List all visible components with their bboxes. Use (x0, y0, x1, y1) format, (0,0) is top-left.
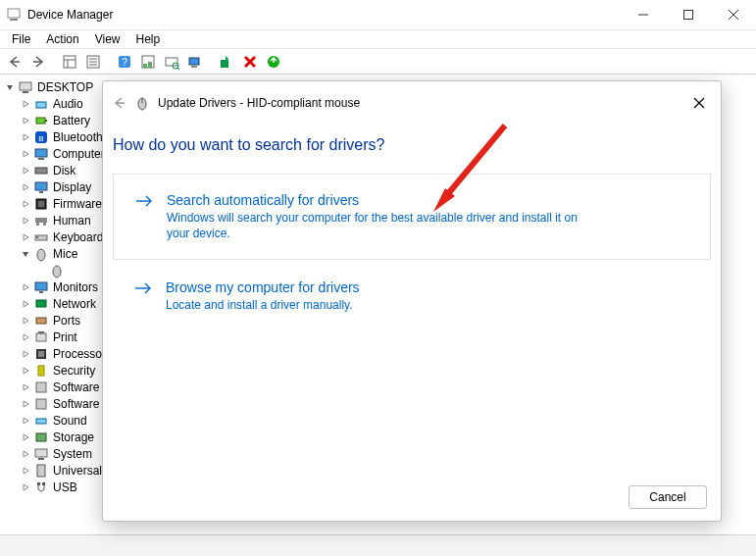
svg-text:?: ? (122, 57, 127, 68)
dialog-title: Update Drivers - HID-compliant mouse (158, 96, 360, 110)
tree-item-label: System (51, 447, 92, 461)
tree-item-label: Keyboards (51, 230, 109, 244)
help-icon[interactable]: ? (114, 51, 135, 73)
chevron-right-icon[interactable] (20, 331, 31, 343)
chevron-down-icon[interactable] (20, 248, 31, 260)
delete-icon[interactable] (239, 51, 261, 73)
device-category-icon (33, 179, 49, 195)
mouse-icon (49, 263, 65, 278)
chevron-right-icon[interactable] (20, 381, 31, 393)
chevron-right-icon[interactable] (20, 198, 31, 210)
svg-rect-21 (189, 58, 199, 65)
chevron-right-icon[interactable] (20, 231, 31, 243)
minimize-button[interactable] (621, 0, 666, 29)
svg-rect-3 (684, 11, 693, 20)
svg-rect-41 (35, 218, 47, 223)
chevron-right-icon[interactable] (20, 115, 31, 126)
chevron-right-icon[interactable] (20, 281, 31, 293)
app-icon (6, 7, 22, 23)
svg-rect-64 (37, 482, 40, 485)
svg-rect-62 (38, 458, 44, 460)
svg-rect-48 (35, 282, 47, 290)
chevron-right-icon[interactable] (20, 181, 31, 193)
arrow-right-icon (134, 281, 152, 298)
uninstall-icon[interactable] (216, 51, 237, 73)
tree-item-label: Security (51, 364, 95, 378)
update-drivers-dialog: Update Drivers - HID-compliant mouse How… (102, 80, 722, 522)
device-category-icon (33, 296, 49, 312)
option-search-automatically[interactable]: Search automatically for drivers Windows… (113, 174, 711, 260)
svg-text:B: B (38, 134, 43, 143)
option-title: Search automatically for drivers (167, 192, 598, 208)
chevron-right-icon[interactable] (20, 365, 31, 377)
forward-icon[interactable] (27, 51, 49, 73)
device-category-icon (33, 279, 49, 295)
show-hide-icon[interactable] (59, 51, 80, 73)
svg-rect-17 (148, 62, 152, 68)
svg-rect-52 (36, 333, 46, 341)
cancel-button[interactable]: Cancel (629, 485, 707, 509)
device-category-icon (33, 246, 49, 262)
svg-rect-30 (36, 118, 45, 124)
device-category-icon (33, 329, 49, 345)
svg-point-47 (53, 266, 61, 278)
svg-rect-49 (39, 291, 43, 293)
chevron-right-icon[interactable] (20, 165, 31, 177)
enable-icon[interactable] (263, 51, 284, 73)
svg-rect-61 (35, 449, 47, 457)
chevron-right-icon[interactable] (20, 315, 31, 327)
option-browse-computer[interactable]: Browse my computer for drivers Locate an… (113, 279, 711, 313)
svg-rect-16 (143, 64, 147, 68)
tree-item-label: Computer (51, 147, 105, 161)
chevron-right-icon[interactable] (20, 148, 31, 160)
chevron-right-icon[interactable] (20, 481, 31, 493)
option-desc: Windows will search your computer for th… (167, 210, 598, 241)
computer-icon (18, 79, 33, 95)
list-icon[interactable] (82, 51, 104, 73)
menu-action[interactable]: Action (38, 30, 86, 48)
menu-bar: File Action View Help (0, 29, 756, 49)
svg-rect-37 (35, 182, 47, 190)
chevron-right-icon[interactable] (20, 448, 31, 460)
maximize-button[interactable] (666, 0, 711, 29)
menu-view[interactable]: View (87, 30, 128, 48)
device-category-icon (33, 113, 49, 128)
dialog-close-button[interactable] (685, 89, 713, 117)
chevron-right-icon[interactable] (20, 215, 31, 227)
chevron-right-icon[interactable] (20, 431, 31, 443)
properties-icon[interactable] (137, 51, 159, 73)
chevron-right-icon[interactable] (20, 298, 31, 310)
window-title: Device Manager (27, 8, 621, 22)
device-category-icon: B (33, 129, 49, 145)
chevron-right-icon[interactable] (20, 398, 31, 410)
update-icon[interactable] (184, 51, 206, 73)
dialog-back-icon[interactable] (113, 96, 126, 110)
chevron-right-icon[interactable] (20, 465, 31, 477)
option-desc: Locate and install a driver manually. (166, 297, 360, 313)
device-category-icon (33, 346, 49, 362)
device-category-icon (33, 213, 49, 228)
chevron-right-icon[interactable] (20, 131, 31, 143)
tree-item-label: Print (51, 330, 77, 344)
close-button[interactable] (711, 0, 756, 29)
menu-file[interactable]: File (4, 30, 38, 48)
tree-item-label: Universal (51, 464, 102, 478)
chevron-down-icon[interactable] (4, 81, 16, 93)
svg-rect-38 (39, 191, 43, 193)
chevron-right-icon[interactable] (20, 98, 31, 110)
title-bar: Device Manager (0, 0, 756, 29)
svg-rect-56 (38, 366, 44, 376)
arrow-right-icon (135, 194, 153, 211)
back-icon[interactable] (4, 51, 25, 73)
chevron-right-icon[interactable] (20, 348, 31, 360)
menu-help[interactable]: Help (128, 30, 169, 48)
device-category-icon (33, 196, 49, 212)
status-bar (0, 534, 756, 556)
svg-rect-43 (43, 223, 46, 226)
svg-rect-1 (10, 19, 18, 21)
svg-rect-42 (36, 223, 39, 226)
chevron-right-icon[interactable] (20, 415, 31, 427)
tree-item-label: USB (51, 480, 77, 494)
tree-item-label: Disk (51, 164, 76, 177)
scan-icon[interactable] (161, 51, 182, 73)
